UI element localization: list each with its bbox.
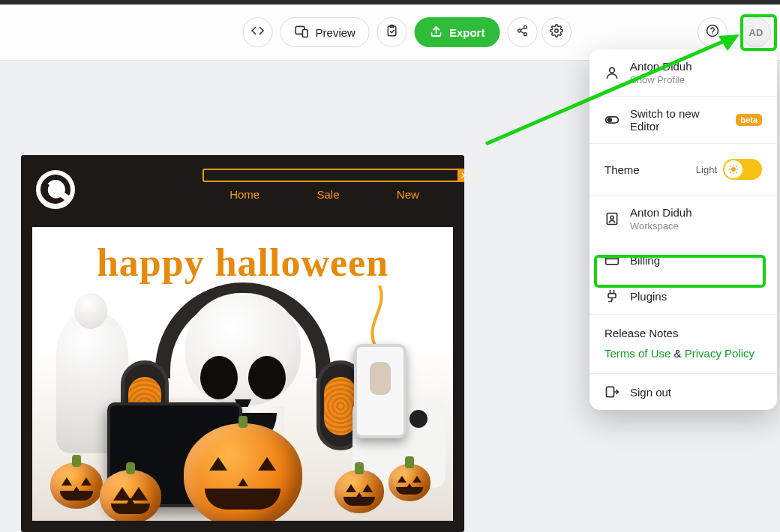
billing-label: Billing — [630, 254, 660, 267]
share-icon — [516, 25, 528, 40]
terms-link[interactable]: Terms of Use — [604, 347, 670, 360]
release-notes-link[interactable]: Release Notes — [604, 327, 762, 339]
user-icon — [604, 65, 620, 80]
email-preview: Home Sale New happy halloween — [21, 155, 464, 532]
gear-icon — [550, 24, 563, 40]
svg-line-23 — [730, 166, 730, 166]
switch-editor-label: Switch to new Editor — [630, 107, 722, 133]
svg-point-18 — [732, 168, 736, 172]
export-label: Export — [449, 26, 485, 39]
credit-card-icon — [604, 253, 620, 267]
svg-line-8 — [520, 31, 524, 34]
menu-item-theme: Theme Light — [590, 144, 777, 195]
svg-point-10 — [707, 25, 718, 37]
plug-icon — [604, 288, 620, 303]
avatar-button[interactable]: AD — [741, 17, 771, 47]
svg-rect-32 — [607, 387, 614, 396]
svg-point-9 — [555, 29, 559, 33]
email-nav: Home Sale New — [201, 188, 448, 201]
share-button[interactable] — [507, 17, 537, 47]
svg-point-15 — [610, 67, 615, 73]
settings-button[interactable] — [542, 17, 572, 47]
selection-frame[interactable] — [202, 169, 464, 182]
sun-icon — [724, 160, 742, 178]
theme-mode: Light — [696, 164, 717, 175]
svg-rect-31 — [608, 294, 616, 298]
clipboard-button[interactable] — [377, 17, 407, 47]
theme-label: Theme — [604, 163, 640, 176]
menu-item-billing[interactable]: Billing — [590, 242, 777, 278]
nav-item-new[interactable]: New — [397, 188, 419, 201]
nav-item-home[interactable]: Home — [230, 188, 260, 201]
export-icon — [430, 25, 443, 40]
menu-item-sign-out[interactable]: Sign out — [590, 374, 777, 410]
nav-item-sale[interactable]: Sale — [316, 188, 339, 201]
hero-headline: happy halloween — [32, 227, 453, 285]
selection-handle-icon[interactable] — [458, 169, 464, 182]
devices-icon — [295, 24, 310, 41]
avatar-initials: AD — [749, 27, 764, 38]
amp: & — [674, 347, 682, 360]
svg-point-17 — [608, 118, 611, 122]
brand-logo — [34, 169, 76, 211]
toggle-icon — [604, 112, 620, 127]
legal-links: Terms of Use & Privacy Policy — [604, 347, 762, 360]
svg-line-26 — [730, 172, 730, 173]
profile-name: Anton Diduh — [630, 60, 692, 73]
menu-item-profile[interactable]: Anton Diduh Show Profile — [590, 49, 777, 96]
id-badge-icon — [604, 211, 620, 226]
theme-toggle[interactable] — [723, 159, 762, 180]
svg-rect-1 — [302, 29, 308, 37]
user-menu: Anton Diduh Show Profile Switch to new E… — [590, 49, 777, 410]
svg-rect-29 — [606, 256, 619, 265]
menu-item-plugins[interactable]: Plugins — [590, 278, 777, 314]
plugins-label: Plugins — [630, 290, 667, 303]
privacy-link[interactable]: Privacy Policy — [685, 347, 754, 360]
svg-line-7 — [520, 28, 524, 30]
svg-line-25 — [736, 166, 737, 166]
menu-item-switch-editor[interactable]: Switch to new Editor beta — [590, 97, 777, 143]
profile-sub: Show Profile — [630, 74, 692, 85]
code-button[interactable] — [243, 17, 273, 47]
help-button[interactable] — [698, 17, 728, 47]
clipboard-check-icon — [386, 24, 399, 40]
beta-badge: beta — [736, 114, 762, 126]
sign-out-label: Sign out — [630, 386, 671, 399]
svg-line-24 — [736, 172, 737, 173]
preview-button[interactable]: Preview — [280, 17, 370, 47]
svg-point-28 — [610, 216, 614, 219]
export-button[interactable]: Export — [415, 17, 500, 47]
question-icon — [706, 24, 719, 40]
code-icon — [251, 24, 265, 40]
workspace-sub: Workspace — [630, 220, 692, 232]
workspace-name: Anton Diduh — [630, 206, 692, 219]
hero-art — [32, 288, 453, 521]
menu-item-workspace[interactable]: Anton Diduh Workspace — [590, 196, 777, 242]
sign-out-icon — [604, 384, 620, 399]
preview-label: Preview — [316, 26, 356, 39]
